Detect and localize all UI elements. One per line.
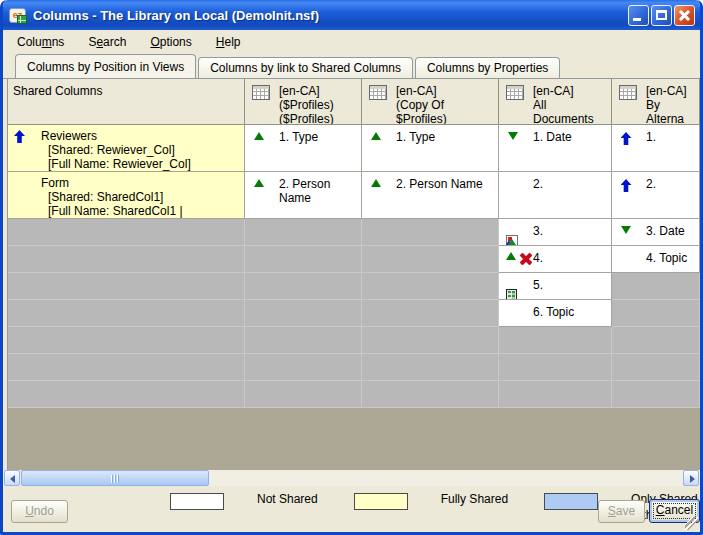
app-window: ez Columns - The Library on Local (DemoI…: [0, 0, 703, 535]
empty-cell: [362, 300, 499, 327]
cell-r3-all-documents[interactable]: 3.: [499, 219, 612, 246]
view-grid-icon: [619, 85, 637, 100]
legend-swatch-only-shared-formula: [544, 493, 598, 510]
cell-r2-all-documents[interactable]: 2.: [499, 172, 612, 219]
menu-columns[interactable]: Columns: [11, 32, 70, 52]
undo-button[interactable]: Undo: [11, 500, 68, 523]
maximize-icon: [656, 10, 667, 20]
close-button[interactable]: [674, 5, 695, 26]
resize-grip-icon[interactable]: [685, 517, 698, 530]
shared-link-arrow-icon: [621, 132, 632, 145]
empty-cell: [612, 354, 700, 381]
sort-ascending-icon: [506, 252, 516, 260]
empty-cell: [499, 381, 612, 408]
scroll-right-icon: [690, 475, 695, 483]
empty-cell: [245, 354, 362, 381]
empty-cell: [245, 273, 362, 300]
invalid-column-icon: [519, 252, 532, 265]
empty-cell: [245, 381, 362, 408]
header-view-copy-of-profiles[interactable]: [en-CA](Copy Of $Profiles)($Profiles): [362, 79, 499, 125]
cell-r5-all-documents[interactable]: 5.: [499, 273, 612, 300]
cell-r4-all-documents[interactable]: 4.: [499, 246, 612, 273]
app-icon: ez: [9, 8, 26, 23]
empty-cell: [612, 300, 700, 327]
empty-cell: [8, 219, 245, 246]
header-view-all-documents[interactable]: [en-CA]All Documents($All): [499, 79, 612, 125]
empty-cell: [245, 246, 362, 273]
header-view-by-alterna[interactable]: [en-CA]By AlternaBy Alterna: [612, 79, 700, 125]
scrollbar-thumb[interactable]: [21, 470, 209, 486]
shared-link-arrow-icon: [621, 179, 632, 192]
legend-fully-shared: Fully Shared: [354, 491, 508, 523]
empty-cell: [362, 327, 499, 354]
tab-columns-by-properties[interactable]: Columns by Properties: [415, 57, 560, 78]
empty-cell: [612, 381, 700, 408]
scroll-left-button[interactable]: [4, 470, 20, 486]
footer-bar: Undo Not Shared Fully Shared Only Shared…: [3, 486, 700, 532]
empty-cell: [8, 273, 245, 300]
cell-r6-all-documents[interactable]: 6. Topic: [499, 300, 612, 327]
legend: Not Shared Fully Shared Only Sharedwith …: [170, 491, 590, 523]
save-button[interactable]: Save: [598, 500, 645, 523]
empty-cell: [612, 273, 700, 300]
empty-cell: [362, 381, 499, 408]
tab-columns-by-position[interactable]: Columns by Position in Views: [15, 54, 196, 78]
empty-cell: [8, 381, 245, 408]
header-shared-columns: Shared Columns: [8, 79, 245, 125]
minimize-button[interactable]: [628, 5, 649, 26]
columns-table: Shared Columns [en-CA]($Profiles)($Profi…: [7, 79, 700, 470]
legend-not-shared: Not Shared: [170, 491, 318, 523]
menubar: Columns Search Options Help: [3, 30, 700, 53]
empty-cell: [362, 273, 499, 300]
columns-table-area: Shared Columns [en-CA]($Profiles)($Profi…: [3, 78, 700, 470]
scroll-left-icon: [10, 475, 15, 483]
tab-strip: Columns by Position in Views Columns by …: [3, 53, 700, 78]
view-grid-icon: [506, 85, 524, 100]
form-window-icon: [506, 289, 517, 300]
shared-link-arrow-icon: [14, 130, 25, 143]
legend-swatch-not-shared: [170, 493, 224, 510]
sort-ascending-icon: [371, 179, 381, 187]
menu-search[interactable]: Search: [82, 32, 132, 52]
cell-r2-by-alterna[interactable]: 2.: [612, 172, 700, 219]
header-view-profiles[interactable]: [en-CA]($Profiles)($Profiles): [245, 79, 362, 125]
workspace-filler: [8, 408, 700, 470]
empty-cell: [245, 219, 362, 246]
window-title: Columns - The Library on Local (DemoInit…: [33, 8, 628, 23]
maximize-button[interactable]: [651, 5, 672, 26]
empty-cell: [245, 327, 362, 354]
empty-cell: [8, 300, 245, 327]
menu-help[interactable]: Help: [210, 32, 247, 52]
cell-r1-copy-profiles[interactable]: 1. Type: [362, 125, 499, 172]
image-column-icon: [506, 235, 518, 246]
scroll-right-button[interactable]: [683, 470, 699, 486]
view-grid-icon: [369, 85, 387, 100]
sort-descending-icon: [621, 226, 631, 234]
empty-cell: [362, 246, 499, 273]
horizontal-scrollbar[interactable]: [3, 470, 700, 486]
menu-options[interactable]: Options: [144, 32, 197, 52]
view-grid-icon: [252, 85, 270, 100]
empty-cell: [8, 354, 245, 381]
sort-ascending-icon: [254, 132, 264, 140]
cell-r4-by-alterna[interactable]: 4. Topic: [612, 246, 700, 273]
cell-r1-profiles[interactable]: 1. Type: [245, 125, 362, 172]
tab-columns-by-link[interactable]: Columns by link to Shared Columns: [198, 57, 413, 78]
empty-cell: [245, 300, 362, 327]
shared-column-reviewers[interactable]: Reviewers[Shared: Rewiever_Col][Full Nam…: [8, 125, 245, 172]
cell-r2-profiles[interactable]: 2. Person Name: [245, 172, 362, 219]
empty-cell: [362, 219, 499, 246]
cell-r1-all-documents[interactable]: 1. Date: [499, 125, 612, 172]
cell-r3-by-alterna[interactable]: 3. Date: [612, 219, 700, 246]
cell-r1-by-alterna[interactable]: 1.: [612, 125, 700, 172]
titlebar[interactable]: ez Columns - The Library on Local (DemoI…: [3, 0, 700, 30]
sort-ascending-icon: [254, 179, 264, 187]
empty-cell: [499, 327, 612, 354]
sort-ascending-icon: [371, 132, 381, 140]
empty-cell: [612, 327, 700, 354]
cell-r2-copy-profiles[interactable]: 2. Person Name: [362, 172, 499, 219]
shared-column-form[interactable]: Form[Shared: SharedCol1][Full Name: Shar…: [8, 172, 245, 219]
sort-descending-icon: [508, 132, 518, 140]
empty-cell: [362, 354, 499, 381]
empty-cell: [8, 327, 245, 354]
